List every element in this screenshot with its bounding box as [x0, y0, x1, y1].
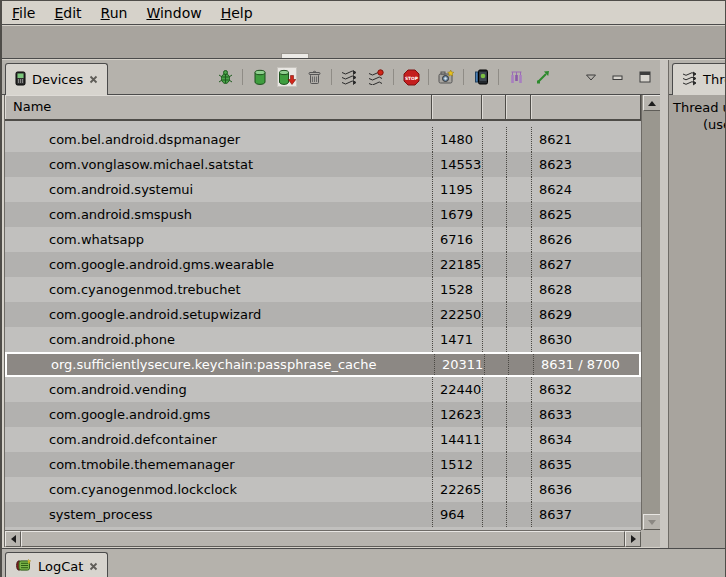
process-name-cell: com.android.smspush [5, 202, 432, 227]
port-cell: 8634 [531, 427, 641, 452]
menu-window[interactable]: Window [146, 5, 201, 21]
horizontal-scrollbar[interactable] [5, 530, 641, 547]
port-cell: 8627 [531, 252, 641, 277]
systrace-icon[interactable] [506, 67, 526, 87]
empty-cell [482, 402, 506, 427]
pid-cell: 1480 [432, 127, 482, 152]
threads-icon [682, 71, 697, 89]
process-name-cell: com.google.android.gms [5, 402, 432, 427]
tab-logcat[interactable]: LogCat [5, 552, 108, 577]
port-cell: 8626 [531, 227, 641, 252]
scroll-up-button[interactable] [643, 95, 661, 111]
table-row[interactable]: com.bel.android.dspmanager14808621 [5, 127, 641, 152]
header-name[interactable]: Name [5, 95, 432, 121]
table-row[interactable]: com.cyanogenmod.lockclock222658636 [5, 477, 641, 502]
minimize-icon[interactable] [608, 67, 628, 87]
port-cell: 8629 [531, 302, 641, 327]
empty-cell [482, 377, 506, 402]
menu-run[interactable]: Run [101, 5, 128, 21]
port-cell: 8630 [531, 327, 641, 352]
horizontal-scroll-thumb[interactable] [21, 531, 625, 547]
process-name-cell: com.android.vending [5, 377, 432, 402]
empty-cell [506, 377, 531, 402]
empty-cell [506, 277, 531, 302]
method-profiling-icon[interactable] [366, 67, 386, 87]
port-cell: 8621 [531, 127, 641, 152]
header-port[interactable] [531, 95, 641, 121]
update-threads-icon[interactable] [339, 67, 359, 87]
table-row[interactable]: com.android.systemui11958624 [5, 177, 641, 202]
table-row[interactable]: com.google.android.gms.wearable221858627 [5, 252, 641, 277]
table-row[interactable]: com.android.defcontainer144118634 [5, 427, 641, 452]
tab-logcat-label: LogCat [38, 559, 83, 574]
pid-cell: 22250 [432, 302, 482, 327]
threads-tabbar: Threads [669, 60, 726, 95]
port-cell: 8633 [531, 402, 641, 427]
update-heap-icon[interactable] [250, 67, 270, 87]
empty-cell [482, 152, 506, 177]
table-row[interactable]: com.whatsapp67168626 [5, 227, 641, 252]
threads-message-line1: Thread updates not enabled for selected … [673, 100, 726, 115]
pid-cell: 1195 [432, 177, 482, 202]
port-cell: 8623 [531, 152, 641, 177]
empty-cell [482, 477, 506, 502]
toolbar-sash[interactable] [281, 53, 309, 58]
vertical-scrollbar[interactable] [641, 95, 661, 530]
pid-cell: 12623 [432, 402, 482, 427]
tab-devices[interactable]: Devices [5, 63, 108, 95]
table-row[interactable]: com.android.smspush16798625 [5, 202, 641, 227]
dump-hprof-icon[interactable] [277, 67, 297, 87]
ui-hierarchy-icon[interactable] [471, 67, 491, 87]
empty-cell [482, 252, 506, 277]
tab-threads[interactable]: Threads [672, 63, 726, 95]
empty-cell [482, 427, 506, 452]
screen-capture-icon[interactable] [436, 67, 456, 87]
tab-devices-close-icon[interactable] [89, 72, 98, 87]
debug-process-icon[interactable] [215, 67, 235, 87]
table-row-selected[interactable]: org.sufficientlysecure.keychain:passphra… [5, 352, 641, 377]
main-toolbar [2, 26, 725, 59]
panel-sash[interactable] [660, 60, 668, 549]
opengl-trace-icon[interactable] [533, 67, 553, 87]
menu-edit[interactable]: Edit [54, 5, 81, 21]
maximize-icon[interactable] [635, 67, 655, 87]
table-row[interactable]: com.tmobile.thememanager15128635 [5, 452, 641, 477]
empty-cell [482, 302, 506, 327]
port-cell: 8632 [531, 377, 641, 402]
menu-file[interactable]: File [12, 5, 35, 21]
table-row[interactable]: com.vonglasow.michael.satstat145538623 [5, 152, 641, 177]
header-pid[interactable] [432, 95, 482, 121]
cause-gc-trash-icon[interactable] [304, 67, 324, 87]
view-menu-icon[interactable] [581, 67, 601, 87]
empty-cell [506, 227, 531, 252]
port-cell: 8624 [531, 177, 641, 202]
table-row[interactable]: com.android.vending224408632 [5, 377, 641, 402]
process-name-cell: org.sufficientlysecure.keychain:passphra… [7, 354, 434, 375]
port-cell: 8637 [531, 502, 641, 527]
table-row[interactable]: com.google.android.gms126238633 [5, 402, 641, 427]
stop-process-icon[interactable]: STOP [401, 67, 421, 87]
process-name-cell: com.bel.android.dspmanager [5, 127, 432, 152]
tab-logcat-close-icon[interactable] [89, 559, 98, 574]
table-row[interactable]: com.android.phone14718630 [5, 327, 641, 352]
process-name-cell: com.whatsapp [5, 227, 432, 252]
process-name-cell: com.google.android.setupwizard [5, 302, 432, 327]
header-col4[interactable] [506, 95, 531, 121]
toolbar-separator [242, 69, 243, 85]
scroll-down-button[interactable] [643, 514, 661, 530]
port-cell: 8635 [531, 452, 641, 477]
empty-cell [482, 277, 506, 302]
devices-view: Devices [2, 60, 660, 549]
scroll-left-button[interactable] [5, 531, 21, 547]
table-row[interactable]: system_process9648637 [5, 502, 641, 527]
table-row[interactable]: com.cyanogenmod.trebuchet15288628 [5, 277, 641, 302]
port-cell: 8631 / 8700 [533, 354, 639, 375]
header-col3[interactable] [482, 95, 506, 121]
pid-cell: 22440 [432, 377, 482, 402]
empty-cell [506, 502, 531, 527]
scroll-right-button[interactable] [625, 531, 641, 547]
table-row[interactable]: com.google.android.setupwizard222508629 [5, 302, 641, 327]
toolbar-separator [428, 69, 429, 85]
menu-help[interactable]: Help [221, 5, 253, 21]
pid-cell: 14411 [432, 427, 482, 452]
